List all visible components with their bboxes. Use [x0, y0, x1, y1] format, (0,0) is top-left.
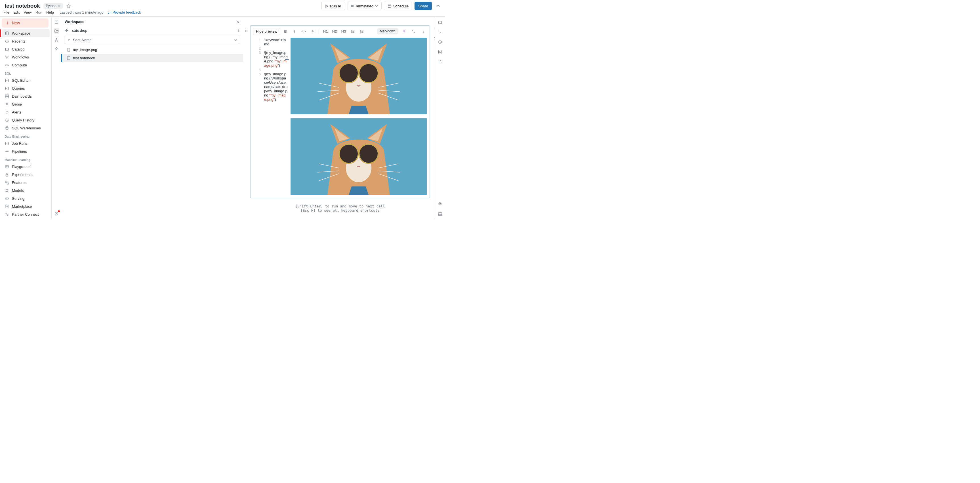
nav-label: Catalog	[12, 47, 25, 51]
collapse-header-button[interactable]	[434, 4, 442, 8]
code-line-4[interactable]: 4	[251, 67, 291, 72]
variables-panel-icon[interactable]: {x}	[438, 49, 442, 54]
close-browser-button[interactable]	[236, 20, 240, 24]
menu-file[interactable]: File	[3, 10, 10, 14]
menu-help[interactable]: Help	[46, 10, 54, 14]
line-number: 3	[251, 51, 264, 67]
menu-run[interactable]: Run	[35, 10, 42, 14]
current-folder[interactable]: cats drop	[72, 29, 87, 33]
nav-label: SQL Warehouses	[12, 126, 41, 130]
bold-button[interactable]: B	[282, 27, 290, 35]
list-ul-icon	[351, 29, 355, 33]
menu-view[interactable]: View	[24, 10, 32, 14]
nav-sql-editor[interactable]: SQL Editor	[2, 77, 50, 84]
cell-type-chip[interactable]: Markdown	[377, 28, 398, 34]
svg-point-23	[7, 191, 8, 192]
nav-marketplace[interactable]: Marketplace	[2, 202, 50, 210]
nav-playground[interactable]: Playground	[2, 163, 50, 171]
nav-compute[interactable]: Compute	[2, 61, 50, 69]
notebook-editor: ⠿ Hide preview B I <> H1 H2	[243, 17, 435, 219]
folder-menu-button[interactable]	[236, 29, 240, 32]
code-text: ![my_image.png](/Workspace/Users/usernam…	[264, 72, 291, 102]
h3-button[interactable]: H3	[340, 27, 348, 35]
share-button[interactable]: Share	[415, 2, 432, 10]
comments-panel-icon[interactable]	[438, 20, 442, 25]
nav-catalog[interactable]: Catalog	[2, 45, 50, 53]
expand-cell-button[interactable]	[410, 27, 418, 35]
tab-notebook-icon[interactable]	[54, 19, 59, 25]
drag-handle-icon[interactable]: ⠿	[245, 28, 248, 33]
new-button[interactable]: New	[2, 18, 49, 27]
nav-workflows[interactable]: Workflows	[2, 53, 50, 61]
svg-rect-11	[5, 97, 8, 98]
catalog-icon	[5, 47, 9, 51]
shortcuts-icon[interactable]	[438, 202, 442, 207]
duplicate-cell-button[interactable]	[434, 35, 435, 40]
nav-label: Models	[12, 188, 24, 193]
nav-query-history[interactable]: Query History	[2, 116, 50, 124]
feedback-link[interactable]: Provide feedback	[108, 10, 141, 14]
back-button[interactable]	[64, 28, 69, 33]
nav-section-data-engineering: Data Engineering	[2, 132, 50, 139]
job-icon	[5, 141, 9, 145]
tab-history-icon[interactable]	[54, 211, 59, 217]
nav-genie[interactable]: Genie	[2, 100, 50, 108]
bottom-panel-icon[interactable]	[438, 211, 442, 217]
cell-menu-button[interactable]	[419, 27, 427, 35]
nav-models[interactable]: Models	[2, 187, 50, 194]
expand-icon	[412, 29, 416, 33]
notebook-header: test notebook Python Run all Terminated …	[0, 0, 445, 17]
nav-job-runs[interactable]: Job Runs	[2, 139, 50, 147]
compute-state-button[interactable]: Terminated	[348, 2, 382, 10]
file-test-notebook[interactable]: test notebook	[61, 54, 243, 62]
sort-dropdown[interactable]: Sort: Name	[64, 36, 240, 44]
h1-button[interactable]: H1	[321, 27, 329, 35]
run-all-button[interactable]: Run all	[321, 2, 345, 10]
notebook-title[interactable]: test notebook	[5, 3, 40, 9]
tab-folder-icon[interactable]	[54, 28, 59, 34]
code-line-5[interactable]: 5![my_image.png](/Workspace/Users/userna…	[251, 72, 291, 102]
markdown-cell[interactable]: Hide preview B I <> H1 H2 H3	[250, 25, 430, 198]
nav-experiments[interactable]: Experiments	[2, 171, 50, 179]
revision-history-icon[interactable]	[438, 40, 442, 45]
link-button[interactable]	[309, 27, 317, 35]
assistant-button[interactable]	[400, 27, 408, 35]
numbered-list-button[interactable]	[358, 27, 366, 35]
code-line-3[interactable]: 3![my_image.png](./my_image.png "my_imag…	[251, 51, 291, 67]
favorite-star-icon[interactable]	[67, 4, 71, 8]
preview-image-2	[291, 118, 427, 195]
code-editor[interactable]: — 1"keyword">%md2 3![my_image.png](./my_…	[251, 37, 291, 198]
mlflow-panel-icon[interactable]	[438, 30, 442, 35]
model-icon	[5, 188, 9, 193]
nav-workspace[interactable]: Workspace	[2, 29, 50, 37]
code-line-2[interactable]: 2	[251, 46, 291, 51]
nav-queries[interactable]: Queries	[2, 84, 50, 92]
menu-edit[interactable]: Edit	[13, 10, 19, 14]
nav-serving[interactable]: Serving	[2, 194, 50, 202]
nav-sql-warehouses[interactable]: SQL Warehouses	[2, 124, 50, 132]
italic-button[interactable]: I	[291, 27, 299, 35]
tab-assistant-icon[interactable]	[54, 46, 59, 52]
nav-alerts[interactable]: Alerts	[2, 108, 50, 116]
h2-button[interactable]: H2	[331, 27, 339, 35]
calendar-icon	[388, 4, 391, 8]
last-edit-link[interactable]: Last edit was 1 minute ago	[60, 10, 103, 14]
split-divider-handle[interactable]: —	[285, 57, 289, 61]
tab-schema-icon[interactable]	[54, 37, 59, 43]
nav-pipelines[interactable]: Pipelines	[2, 147, 50, 155]
collapse-rail-icon[interactable]: ||\	[438, 59, 442, 64]
svg-rect-3	[5, 48, 8, 51]
nav-features[interactable]: Features	[2, 179, 50, 187]
code-line-1[interactable]: 1"keyword">%md	[251, 38, 291, 46]
delete-cell-button[interactable]	[434, 27, 435, 32]
nav-label: Pipelines	[12, 149, 27, 153]
nav-recents[interactable]: Recents	[2, 37, 50, 45]
nav-partner-connect[interactable]: Partner Connect	[2, 210, 50, 218]
code-button[interactable]: <>	[300, 27, 307, 35]
file-my-image-png[interactable]: my_image.png	[61, 46, 243, 54]
hide-preview-button[interactable]: Hide preview	[253, 28, 280, 35]
nav-dashboards[interactable]: Dashboards	[2, 92, 50, 100]
bullet-list-button[interactable]	[349, 27, 356, 35]
schedule-button[interactable]: Schedule	[384, 2, 412, 10]
language-selector[interactable]: Python	[43, 3, 63, 9]
